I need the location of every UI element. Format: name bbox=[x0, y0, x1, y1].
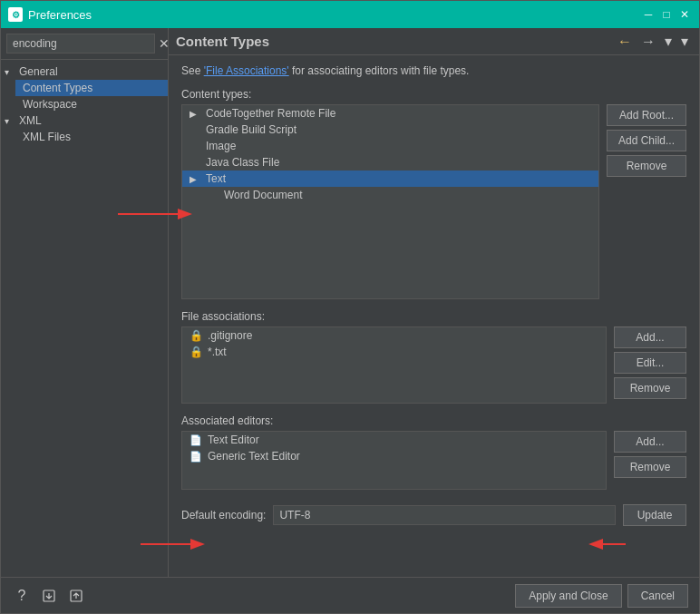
import-button[interactable] bbox=[39, 586, 59, 606]
spacer-word bbox=[208, 190, 220, 200]
content-types-label: Content Types bbox=[23, 82, 92, 94]
sidebar: ✕ ▾ General Content Types Workspace bbox=[1, 28, 169, 577]
file-assoc-item-gitignore[interactable]: 🔒 .gitignore bbox=[182, 327, 606, 344]
list-item-codetogether[interactable]: ▶ CodeTogether Remote File bbox=[182, 105, 598, 122]
export-icon bbox=[69, 589, 83, 603]
content-area: See 'File Associations' for associating … bbox=[169, 55, 699, 577]
bottom-right: Apply and Close Cancel bbox=[515, 584, 688, 608]
expand-icon-codetogether: ▶ bbox=[190, 109, 202, 119]
forward-button[interactable]: → bbox=[637, 32, 659, 52]
sidebar-item-xml[interactable]: ▾ XML bbox=[1, 112, 168, 129]
list-item-java-class[interactable]: Java Class File bbox=[182, 154, 598, 171]
sidebar-item-content-types[interactable]: Content Types bbox=[15, 80, 168, 96]
file-assoc-item-txt[interactable]: 🔒 *.txt bbox=[182, 344, 606, 360]
assoc-editors-list-area: 📄 Text Editor 📄 Generic Text Editor bbox=[181, 431, 607, 490]
file-assoc-section: File associations: 🔒 .gitignore 🔒 *. bbox=[181, 310, 686, 404]
spacer-gradle bbox=[190, 125, 202, 135]
info-text: See 'File Associations' for associating … bbox=[181, 64, 686, 77]
xml-children: XML Files bbox=[1, 129, 168, 145]
add-root-button[interactable]: Add Root... bbox=[607, 104, 686, 126]
window-title: Preferences bbox=[28, 8, 92, 22]
app-icon: ⚙ bbox=[8, 7, 23, 22]
xml-files-label: XML Files bbox=[23, 131, 71, 143]
spacer-java bbox=[190, 158, 202, 168]
lock-icon-gitignore: 🔒 bbox=[190, 329, 202, 342]
file-associations-link[interactable]: 'File Associations' bbox=[204, 64, 289, 77]
file-assoc-section-label: File associations: bbox=[181, 310, 686, 323]
assoc-editors-list[interactable]: 📄 Text Editor 📄 Generic Text Editor bbox=[181, 431, 607, 490]
search-clear-button[interactable]: ✕ bbox=[155, 36, 169, 51]
expand-icon-text: ▶ bbox=[190, 174, 202, 184]
content-types-list[interactable]: ▶ CodeTogether Remote File Gradle Build … bbox=[181, 104, 599, 299]
editor-item-text[interactable]: 📄 Text Editor bbox=[182, 432, 606, 448]
encoding-row: Default encoding: Update bbox=[181, 504, 686, 526]
spacer-image bbox=[190, 141, 202, 151]
cancel-button[interactable]: Cancel bbox=[627, 584, 688, 608]
java-class-label: Java Class File bbox=[206, 156, 279, 169]
doc-icon-text: 📄 bbox=[190, 434, 202, 446]
panel-toolbar: Content Types ← → ▾ ▾ bbox=[169, 28, 699, 55]
info-suffix: for associating editors with file types. bbox=[289, 64, 470, 77]
content-types-row: ▶ CodeTogether Remote File Gradle Build … bbox=[181, 104, 686, 299]
encoding-input[interactable] bbox=[273, 505, 616, 525]
panel-title: Content Types bbox=[176, 34, 269, 49]
title-bar: ⚙ Preferences ─ □ ✕ bbox=[1, 1, 699, 28]
sidebar-item-general[interactable]: ▾ General bbox=[1, 63, 168, 80]
gradle-label: Gradle Build Script bbox=[206, 123, 297, 136]
sidebar-item-xml-files[interactable]: XML Files bbox=[15, 129, 168, 145]
expand-icon: ▾ bbox=[5, 67, 15, 77]
list-item-word-doc[interactable]: Word Document bbox=[182, 187, 598, 203]
encoding-label: Default encoding: bbox=[181, 509, 266, 521]
remove-ct-button[interactable]: Remove bbox=[607, 155, 686, 177]
expand-icon-xml: ▾ bbox=[5, 116, 15, 126]
codetogether-label: CodeTogether Remote File bbox=[206, 107, 335, 120]
info-prefix: See bbox=[181, 64, 204, 77]
preferences-window: ⚙ Preferences ─ □ ✕ ✕ ▾ General bbox=[0, 0, 700, 614]
file-assoc-list[interactable]: 🔒 .gitignore 🔒 *.txt bbox=[181, 326, 607, 404]
back-button[interactable]: ← bbox=[614, 32, 636, 52]
close-button[interactable]: ✕ bbox=[677, 7, 692, 22]
assoc-editors-section-label: Associated editors: bbox=[181, 414, 686, 427]
content-types-list-area: ▶ CodeTogether Remote File Gradle Build … bbox=[181, 104, 599, 299]
file-assoc-buttons: Add... Edit... Remove bbox=[614, 326, 686, 399]
nav-dropdown-button[interactable]: ▾ bbox=[661, 31, 676, 52]
remove-fa-button[interactable]: Remove bbox=[614, 377, 686, 399]
sidebar-item-workspace[interactable]: Workspace bbox=[15, 96, 168, 112]
list-item-gradle[interactable]: Gradle Build Script bbox=[182, 122, 598, 138]
bottom-bar: ? Apply and Close Cancel bbox=[1, 577, 699, 613]
maximize-button[interactable]: □ bbox=[659, 7, 674, 22]
file-assoc-row: 🔒 .gitignore 🔒 *.txt Add... bbox=[181, 326, 686, 404]
nav-menu-button[interactable]: ▾ bbox=[677, 31, 692, 52]
list-item-image[interactable]: Image bbox=[182, 138, 598, 154]
remove-ae-button[interactable]: Remove bbox=[614, 456, 686, 478]
edit-fa-button[interactable]: Edit... bbox=[614, 352, 686, 374]
sidebar-tree: ▾ General Content Types Workspace ▾ XML bbox=[1, 60, 168, 577]
search-input[interactable] bbox=[6, 34, 155, 54]
list-item-text[interactable]: ▶ Text bbox=[182, 171, 598, 187]
update-button[interactable]: Update bbox=[623, 504, 686, 526]
word-doc-label: Word Document bbox=[224, 189, 302, 201]
minimize-button[interactable]: ─ bbox=[641, 7, 656, 22]
doc-icon-generic: 📄 bbox=[190, 450, 202, 463]
help-button[interactable]: ? bbox=[12, 586, 32, 606]
title-bar-left: ⚙ Preferences bbox=[8, 7, 92, 22]
export-button[interactable] bbox=[66, 586, 86, 606]
toolbar-nav: ← → ▾ ▾ bbox=[614, 31, 692, 52]
workspace-label: Workspace bbox=[23, 98, 77, 111]
editor-item-generic[interactable]: 📄 Generic Text Editor bbox=[182, 448, 606, 464]
add-fa-button[interactable]: Add... bbox=[614, 326, 686, 348]
text-label: Text bbox=[206, 172, 226, 185]
apply-close-button[interactable]: Apply and Close bbox=[515, 584, 621, 608]
content-types-section-label: Content types: bbox=[181, 88, 686, 101]
file-assoc-list-area: 🔒 .gitignore 🔒 *.txt bbox=[181, 326, 607, 404]
lock-icon-txt: 🔒 bbox=[190, 346, 202, 358]
content-types-section: Content types: ▶ CodeTogether Remote Fil… bbox=[181, 88, 686, 299]
generic-editor-label: Generic Text Editor bbox=[208, 450, 300, 463]
main-content: ✕ ▾ General Content Types Workspace bbox=[1, 28, 699, 577]
add-ae-button[interactable]: Add... bbox=[614, 431, 686, 453]
text-editor-label: Text Editor bbox=[208, 434, 259, 446]
assoc-editors-buttons: Add... Remove bbox=[614, 431, 686, 478]
txt-label: *.txt bbox=[208, 346, 227, 358]
bottom-left: ? bbox=[12, 586, 86, 606]
add-child-button[interactable]: Add Child... bbox=[607, 130, 686, 151]
